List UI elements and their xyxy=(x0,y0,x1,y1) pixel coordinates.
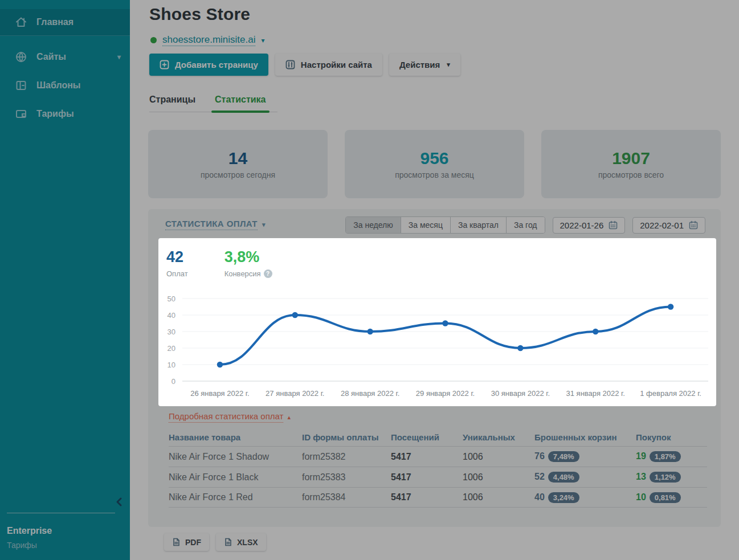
site-domain-link[interactable]: shoesstore.minisite.ai xyxy=(162,34,255,46)
percent-badge: 7,48% xyxy=(548,451,579,462)
payments-kpi: 42 Оплат xyxy=(166,248,188,278)
export-xlsx-button[interactable]: XLSX xyxy=(216,533,266,551)
form-id: form25384 xyxy=(302,492,391,502)
stats-cards-row: 14 просмотров сегодня 956 просмотров за … xyxy=(148,130,721,198)
visits: 5417 xyxy=(391,472,463,483)
add-page-button[interactable]: Добавить страницу xyxy=(149,54,268,76)
chart-kpi-row: 42 Оплат 3,8% Конверсия xyxy=(166,248,272,278)
abandoned-carts: 767,48% xyxy=(534,451,636,462)
sidebar-item-sites[interactable]: Сайты xyxy=(0,43,130,71)
conversion-label: Конверсия xyxy=(224,269,272,278)
period-year-button[interactable]: За год xyxy=(507,217,545,233)
svg-text:10: 10 xyxy=(168,361,175,369)
svg-text:30: 30 xyxy=(168,328,175,336)
sidebar-item-tariffs[interactable]: Тарифы xyxy=(0,100,130,128)
document-icon xyxy=(172,538,181,546)
sidebar-item-label: Шаблоны xyxy=(36,80,81,91)
table-row: Nike Air Force 1 Shadow form25382 5417 1… xyxy=(169,446,707,467)
views-total-value: 1907 xyxy=(612,149,650,168)
period-month-button[interactable]: За месяц xyxy=(401,217,451,233)
date-to-input[interactable]: 2022-02-01 xyxy=(632,217,705,234)
views-today-value: 14 xyxy=(228,149,247,168)
chevron-down-icon xyxy=(447,61,450,68)
sidebar: Главная Сайты Шаблоны Тарифы xyxy=(0,0,130,560)
product-name: Nike Air Force 1 Red xyxy=(169,492,302,502)
period-controls: За неделю За месяц За квартал За год 202… xyxy=(345,216,705,234)
views-month-card: 956 просмотров за месяц xyxy=(345,130,524,198)
svg-text:26 января 2022 г.: 26 января 2022 г. xyxy=(190,389,249,398)
percent-badge: 3,24% xyxy=(548,492,579,503)
calendar-icon xyxy=(689,220,698,230)
form-id: form25382 xyxy=(302,452,391,462)
period-segmented-control: За неделю За месяц За квартал За год xyxy=(345,216,545,234)
views-today-card: 14 просмотров сегодня xyxy=(148,130,328,198)
unique-visits: 1006 xyxy=(463,452,534,462)
help-question-icon[interactable] xyxy=(264,269,272,278)
templates-icon xyxy=(15,79,27,92)
svg-text:0: 0 xyxy=(172,377,175,386)
payments-section-dropdown[interactable]: СТАТИСТИКА ОПЛАТ xyxy=(165,219,266,230)
svg-text:40: 40 xyxy=(168,311,175,320)
status-online-dot xyxy=(150,37,157,43)
views-total-card: 1907 просмотров всего xyxy=(541,130,721,198)
purchases: 100,81% xyxy=(636,492,707,503)
svg-text:30 января 2022 г.: 30 января 2022 г. xyxy=(491,389,550,398)
views-month-label: просмотров за месяц xyxy=(395,170,474,179)
table-header-row: Название товара ID формы оплаты Посещени… xyxy=(169,428,707,446)
product-name: Nike Air Force 1 Shadow xyxy=(169,452,302,462)
payments-count: 42 xyxy=(166,248,188,266)
chevron-down-icon xyxy=(261,36,264,44)
plan-tariffs-link[interactable]: Тарифы xyxy=(7,541,130,550)
svg-text:1 февраля 2022 г.: 1 февраля 2022 г. xyxy=(640,389,701,398)
form-id: form25383 xyxy=(302,472,391,483)
unique-visits: 1006 xyxy=(463,492,534,502)
site-settings-button[interactable]: Настройки сайта xyxy=(275,54,382,76)
table-row: Nike Air Force 1 Red form25384 5417 1006… xyxy=(169,487,707,508)
visits: 5417 xyxy=(391,452,463,462)
calendar-icon xyxy=(609,220,618,230)
sidebar-item-label: Сайты xyxy=(36,52,66,62)
payments-count-label: Оплат xyxy=(166,269,188,278)
visits: 5417 xyxy=(391,492,463,502)
chevron-down-icon xyxy=(117,53,121,61)
svg-text:29 января 2022 г.: 29 января 2022 г. xyxy=(416,389,475,398)
tab-statistics[interactable]: Статистика xyxy=(215,95,266,105)
period-quarter-button[interactable]: За квартал xyxy=(451,217,507,233)
views-month-value: 956 xyxy=(420,149,448,168)
tab-pages[interactable]: Страницы xyxy=(149,95,195,105)
detailed-statistics-link[interactable]: Подробная статистика оплат xyxy=(169,411,291,423)
percent-badge: 1,12% xyxy=(650,472,681,483)
percent-badge: 0,81% xyxy=(650,492,681,503)
table-row: Nike Air Force 1 Black form25383 5417 10… xyxy=(169,467,707,487)
conversion-kpi: 3,8% Конверсия xyxy=(224,248,272,278)
date-from-input[interactable]: 2022-01-26 xyxy=(553,217,626,234)
page-title: Shoes Store xyxy=(149,5,250,24)
tabs: Страницы Статистика xyxy=(149,95,277,112)
export-buttons-row: PDF XLSX xyxy=(164,533,266,551)
document-icon xyxy=(224,538,232,546)
period-week-button[interactable]: За неделю xyxy=(346,217,401,233)
action-buttons-row: Добавить страницу Настройки сайта Действ… xyxy=(149,54,460,76)
home-icon xyxy=(15,16,27,28)
unique-visits: 1006 xyxy=(463,472,534,483)
sidebar-item-home[interactable]: Главная xyxy=(0,9,130,36)
collapse-sidebar-icon[interactable] xyxy=(114,497,124,507)
percent-badge: 1,87% xyxy=(650,451,681,462)
actions-button[interactable]: Действия xyxy=(389,54,460,76)
export-pdf-button[interactable]: PDF xyxy=(164,533,209,551)
plan-name: Enterprise xyxy=(7,526,130,536)
sidebar-item-label: Главная xyxy=(36,17,74,27)
chevron-up-icon xyxy=(287,414,291,421)
purchases: 131,12% xyxy=(636,472,707,483)
payments-chart-card: 0102030405026 января 2022 г.27 января 20… xyxy=(158,238,716,406)
sidebar-item-label: Тарифы xyxy=(36,109,74,119)
divider xyxy=(7,513,115,513)
sidebar-item-templates[interactable]: Шаблоны xyxy=(0,71,130,100)
plus-square-icon xyxy=(160,60,169,70)
svg-text:20: 20 xyxy=(168,344,175,353)
app-root: Главная Сайты Шаблоны Тарифы xyxy=(0,0,739,560)
percent-badge: 4,48% xyxy=(548,472,579,483)
svg-text:27 января 2022 г.: 27 января 2022 г. xyxy=(266,389,324,398)
sidebar-plan-block: Enterprise Тарифы xyxy=(0,513,130,560)
purchases: 191,87% xyxy=(636,451,707,462)
